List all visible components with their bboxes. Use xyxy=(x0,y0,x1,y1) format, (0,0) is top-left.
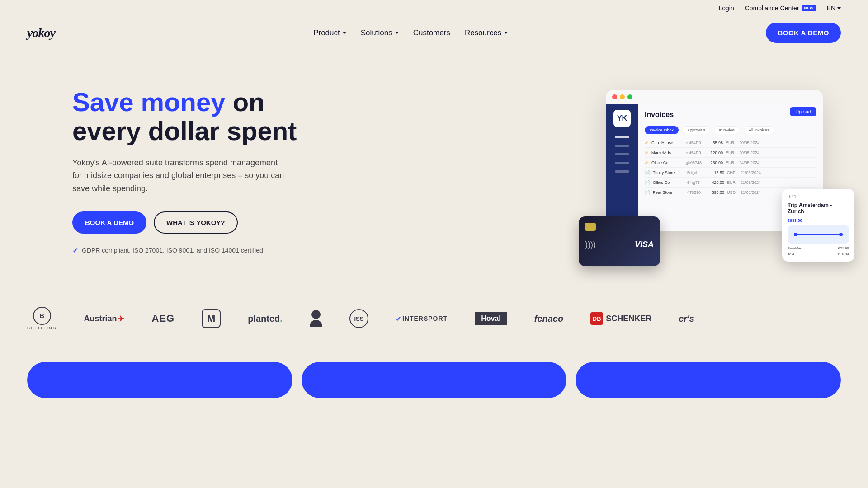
mockup-sidebar: YK xyxy=(606,104,638,231)
compliance-center-link[interactable]: Compliance Center NEW xyxy=(745,5,816,12)
brand-austrian: Austrian ✈ xyxy=(84,313,125,324)
chevron-down-icon xyxy=(395,32,399,34)
nav-product[interactable]: Product xyxy=(313,28,346,38)
brand-planted: planted. xyxy=(248,314,283,324)
upload-button[interactable]: Upload xyxy=(790,107,816,116)
compliance-label: Compliance Center xyxy=(745,5,799,12)
nav-solutions[interactable]: Solutions xyxy=(361,28,399,38)
nav-product-label: Product xyxy=(313,28,340,38)
language-selector[interactable]: EN xyxy=(827,5,841,12)
brand-aeg: AEG xyxy=(152,313,175,324)
nav-links: Product Solutions Customers Resources xyxy=(313,28,508,38)
bottom-card-2[interactable] xyxy=(302,362,567,398)
brand-dbschenker: DB SCHENKER xyxy=(590,312,651,325)
hoval-label: Hoval xyxy=(475,312,507,325)
navbar: yokoy Product Solutions Customers Resour… xyxy=(0,16,868,49)
brand-hoval: Hoval xyxy=(475,312,507,325)
hero-section: Save money on every dollar spent Yokoy's… xyxy=(0,49,868,284)
austrian-label: Austrian xyxy=(84,314,117,324)
breitling-label: BREITLING xyxy=(27,326,57,330)
expense-row-breakfast: Breakfast €21.99 xyxy=(788,246,849,250)
austrian-arrow-icon: ✈ xyxy=(117,313,125,324)
check-icon: ✓ xyxy=(72,246,78,255)
dot-red xyxy=(612,94,617,99)
login-link[interactable]: Login xyxy=(718,5,734,12)
warning-icon: ⚠ xyxy=(645,150,649,155)
hero-description: Yokoy's AI-powered suite transforms spen… xyxy=(72,156,289,195)
card-mockup: )))) VISA xyxy=(579,216,660,266)
db-box-icon: DB xyxy=(590,312,603,325)
trip-time: 9:41 xyxy=(788,194,849,199)
breakfast-label: Breakfast xyxy=(788,246,803,250)
mockup-titlebar xyxy=(606,90,823,104)
logo[interactable]: yokoy xyxy=(27,26,55,40)
planted-label: planted. xyxy=(248,314,283,324)
trip-amount: €683.90 xyxy=(788,218,849,223)
route-start-dot xyxy=(794,233,797,236)
maskot-icon: M xyxy=(202,309,221,328)
bottom-cards xyxy=(0,362,868,398)
chevron-down-icon xyxy=(504,32,508,34)
hero-buttons: BOOK A DEMO WHAT IS YOKOY? xyxy=(72,211,326,234)
trip-receipt-mockup: 9:41 Trip Amsterdam - Zurich €683.90 Bre… xyxy=(782,189,854,262)
breakfast-amount: €21.99 xyxy=(838,246,849,250)
bottom-card-3[interactable] xyxy=(576,362,841,398)
iss-label: ISS xyxy=(349,309,368,328)
warning-icon: ⚠ xyxy=(645,160,649,165)
invoice-icon: 📄 xyxy=(645,170,650,175)
brands-track: B BREITLING Austrian ✈ AEG M planted. xyxy=(27,307,841,330)
dot-yellow xyxy=(620,94,625,99)
brand-breitling: B BREITLING xyxy=(27,307,57,330)
nav-customers[interactable]: Customers xyxy=(413,28,450,38)
intersport-label: INTERSPORT xyxy=(402,315,448,322)
sidebar-nav-item xyxy=(615,136,629,138)
top-bar: Login Compliance Center NEW EN xyxy=(0,0,868,16)
bottom-card-1[interactable] xyxy=(27,362,292,398)
table-row: ⚠ Office Co. gh05748 260.00 EUR 24/05/20… xyxy=(645,158,816,168)
tab-approvals[interactable]: Approvals xyxy=(682,126,710,134)
nav-resources[interactable]: Resources xyxy=(465,28,508,38)
crs-label: cr's xyxy=(679,314,694,324)
hero-illustration: YK Invoices Upload Invoice Inbox Approva… xyxy=(606,90,841,253)
nfc-icon: )))) xyxy=(585,240,596,249)
route-line xyxy=(794,234,843,235)
hero-book-demo-button[interactable]: BOOK A DEMO xyxy=(72,211,146,234)
warning-icon: ⚠ xyxy=(645,140,649,145)
taxi-label: Taxi xyxy=(788,252,794,256)
invoice-icon: 📄 xyxy=(645,180,650,185)
tab-invoice-inbox[interactable]: Invoice Inbox xyxy=(645,126,679,134)
chevron-down-icon xyxy=(343,32,346,34)
intersport-check-icon: ✔ xyxy=(396,314,401,323)
brands-section: B BREITLING Austrian ✈ AEG M planted. xyxy=(0,284,868,344)
tab-in-review[interactable]: In review xyxy=(714,126,740,134)
sidebar-logo: YK xyxy=(613,110,631,127)
sidebar-nav-item xyxy=(615,153,629,155)
table-row: ⚠ MarketAds ext54D0 120.00 EUR 20/05/202… xyxy=(645,148,816,158)
sidebar-nav-item xyxy=(615,170,629,173)
table-row: 📄 Office Co. 64rg75 420.00 EUR 21/05/202… xyxy=(645,178,816,188)
invoice-title: Invoices xyxy=(645,111,674,119)
book-demo-button[interactable]: BOOK A DEMO xyxy=(766,23,841,43)
invoice-tabs: Invoice Inbox Approvals In review All In… xyxy=(645,126,816,134)
sidebar-nav-item xyxy=(615,162,629,164)
brand-maskot: M xyxy=(202,309,221,328)
chevron-down-icon xyxy=(837,7,841,9)
new-badge: NEW xyxy=(802,5,816,11)
hero-content: Save money on every dollar spent Yokoy's… xyxy=(72,88,326,255)
hero-title: Save money on every dollar spent xyxy=(72,88,326,145)
brand-person xyxy=(310,310,322,327)
taxi-amount: €10.94 xyxy=(838,252,849,256)
tab-all-invoices[interactable]: All Invoices xyxy=(744,126,774,134)
schenker-label: SCHENKER xyxy=(606,314,651,324)
dot-green xyxy=(627,94,632,99)
nav-customers-label: Customers xyxy=(413,28,450,38)
brand-fenaco: fenaco xyxy=(534,314,563,324)
what-is-yokoy-button[interactable]: WHAT IS YOKOY? xyxy=(154,211,237,234)
table-row: ⚠ Caro House ext54D0 55.98 EUR 20/05/202… xyxy=(645,138,816,148)
card-chip xyxy=(585,223,596,231)
invoice-icon: 📄 xyxy=(645,190,650,195)
trip-map xyxy=(788,225,849,244)
trip-title: Trip Amsterdam - Zurich xyxy=(788,202,849,215)
table-row: 📄 Trinity Store 5digit 16.50 CHF 21/05/2… xyxy=(645,168,816,178)
gdpr-badge: ✓ GDPR compliant. ISO 27001, ISO 9001, a… xyxy=(72,246,326,255)
